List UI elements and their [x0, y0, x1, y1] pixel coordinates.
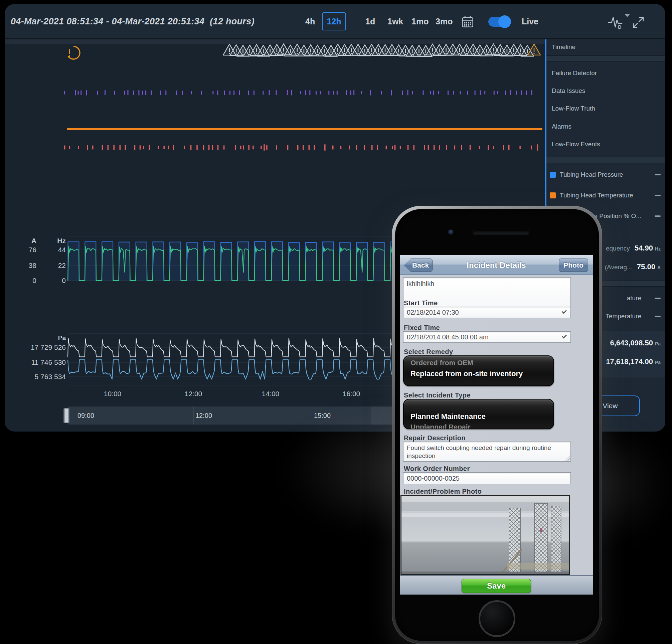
picker-option-selected[interactable]: Planned Maintenance [410, 412, 485, 421]
range-button-4h[interactable]: 4h [305, 4, 315, 39]
top-toolbar: 04-Mar-2021 08:51:34 - 04-Mar-2021 20:51… [5, 4, 665, 39]
picker-option[interactable]: Ordered from OEM [410, 359, 473, 367]
fixed-time-label: Fixed Time [404, 324, 440, 332]
chevron-down-icon [562, 309, 567, 314]
hz-tick: 22 [58, 262, 66, 269]
home-button[interactable] [479, 600, 515, 637]
work-order-label: Work Order Number [404, 465, 470, 473]
range-button-12h[interactable]: 12h [322, 12, 346, 31]
resize-handle-icon[interactable] [565, 456, 570, 461]
incident-photo[interactable] [400, 495, 570, 575]
collapse-icon[interactable] [655, 315, 661, 317]
amps-tick: 0 [32, 277, 36, 284]
legend-label: Temperature [605, 313, 641, 320]
incident-photo-label: Incident/Problem Photo [404, 488, 482, 496]
collapse-icon[interactable] [655, 195, 661, 196]
screenshot-root: 04-Mar-2021 08:51:34 - 04-Mar-2021 20:51… [0, 0, 672, 644]
incident-type-picker[interactable]: Planned Maintenance Unplanned Repair [403, 399, 554, 429]
x-tick: 16:00 [343, 390, 360, 397]
start-time-select[interactable]: 02/18/2014 07:30 [403, 307, 571, 318]
sidebar-item-failure-detector[interactable]: Failure Detector [552, 70, 597, 77]
pa-tick: 11 746 530 [31, 358, 66, 366]
hz-tick: 44 [58, 246, 66, 253]
sidebar-item-alarms[interactable]: Alarms [552, 123, 572, 130]
x-tick: 10:00 [104, 390, 122, 397]
amps-tick: 76 [29, 246, 36, 253]
axis-unit-pa: Pa [58, 334, 66, 341]
live-label: Live [522, 4, 538, 39]
photo-button[interactable]: Photo [559, 259, 588, 272]
select-incident-type-label: Select Incident Type [404, 392, 471, 399]
scrubber-separator [193, 406, 194, 425]
pa-tick: 5 763 534 [35, 373, 66, 380]
front-camera [448, 229, 454, 235]
alert-arc-icon [65, 45, 82, 61]
warning-triangles-band [223, 44, 540, 57]
legend-row-tubing-head-pressure[interactable]: Tubing Head Pressure [547, 170, 665, 180]
picker-option[interactable]: Unplanned Repair [410, 423, 471, 429]
legend-label: Tubing Head Temperature [560, 192, 633, 199]
sidebar-item-data-issues[interactable]: Data Issues [552, 87, 585, 95]
duration-label: (12 hours) [210, 16, 254, 27]
sidebar-item-low-flow-truth[interactable]: Low-Flow Truth [552, 105, 595, 112]
sidebar-divider [547, 157, 665, 163]
legend-row-tubing-head-temperature[interactable]: Tubing Head Temperature [547, 190, 665, 200]
temperature-series-line [67, 128, 542, 130]
save-bar: Save [400, 575, 593, 595]
expand-icon[interactable] [631, 15, 645, 31]
collapse-icon[interactable] [655, 174, 661, 175]
work-order-input[interactable]: 0000-00000-0025 [403, 472, 571, 484]
hz-tick: 0 [62, 277, 66, 284]
date-range-text: 04-Mar-2021 08:51:34 - 04-Mar-2021 20:51… [11, 16, 204, 27]
collapse-icon[interactable] [655, 215, 661, 217]
range-button-3mo[interactable]: 3mo [435, 4, 453, 39]
axis-unit-amps: A [32, 237, 36, 245]
sidebar-divider [547, 56, 665, 61]
legend-label: ature [627, 295, 641, 302]
x-tick: 12:00 [185, 390, 202, 397]
remedy-picker[interactable]: Ordered from OEM Replaced from on-site i… [403, 355, 554, 386]
legend-label: Tubing Head Pressure [560, 171, 623, 178]
amps-tick: 38 [29, 262, 36, 269]
collapse-icon[interactable] [655, 298, 661, 299]
x-axis-labels: 10:00 12:00 14:00 16:00 [104, 390, 360, 397]
chevron-down-icon[interactable] [625, 14, 630, 17]
low-flow-event-row [64, 144, 538, 151]
phone-nav-bar: Back Incident Details Photo [400, 255, 593, 275]
range-button-1wk[interactable]: 1wk [387, 4, 403, 39]
start-time-label: Start Time [404, 299, 437, 307]
select-remedy-label: Select Remedy [404, 348, 453, 356]
axis-unit-hz: Hz [57, 237, 66, 245]
chart-header-strip [5, 39, 545, 44]
live-toggle-knob [498, 15, 511, 28]
fixed-time-select[interactable]: 02/18/2014 08:45:00 00 am [403, 331, 571, 343]
sidebar-item-low-flow-events[interactable]: Low-Flow Events [552, 141, 600, 148]
repair-description-label: Repair Description [404, 434, 466, 442]
range-button-1d[interactable]: 1d [365, 4, 375, 39]
range-button-1mo[interactable]: 1mo [411, 4, 429, 39]
repair-description-textarea[interactable]: Found switch coupling needed repair duri… [403, 442, 571, 462]
save-button[interactable]: Save [461, 579, 531, 593]
legend-swatch [550, 192, 556, 199]
x-tick: 14:00 [262, 390, 279, 397]
live-toggle[interactable] [488, 17, 508, 27]
scrubber-handle[interactable] [63, 408, 70, 423]
sidebar-item-timeline[interactable]: Timeline [552, 44, 575, 51]
pa-tick: 17 729 526 [31, 343, 66, 351]
earpiece-speaker [472, 230, 529, 235]
calendar-icon[interactable] [461, 15, 474, 30]
data-issues-event-row [64, 90, 532, 95]
scrubber-label: 09:00 [77, 406, 94, 425]
date-range[interactable]: 04-Mar-2021 08:51:34 - 04-Mar-2021 20:51… [11, 4, 254, 39]
legend-swatch [550, 172, 556, 178]
legend-label: ke Position % O... [591, 213, 641, 220]
scrubber-label: 12:00 [195, 406, 212, 425]
smartphone-overlay: Back Incident Details Photo lkhlhlhlkh S… [392, 206, 602, 644]
signal-settings-icon[interactable] [608, 15, 624, 32]
scrubber-separator [311, 406, 311, 425]
picker-option-selected[interactable]: Replaced from on-site inventory [410, 369, 523, 378]
chevron-down-icon [562, 334, 567, 339]
phone-screen: Back Incident Details Photo lkhlhlhlkh S… [400, 255, 593, 595]
